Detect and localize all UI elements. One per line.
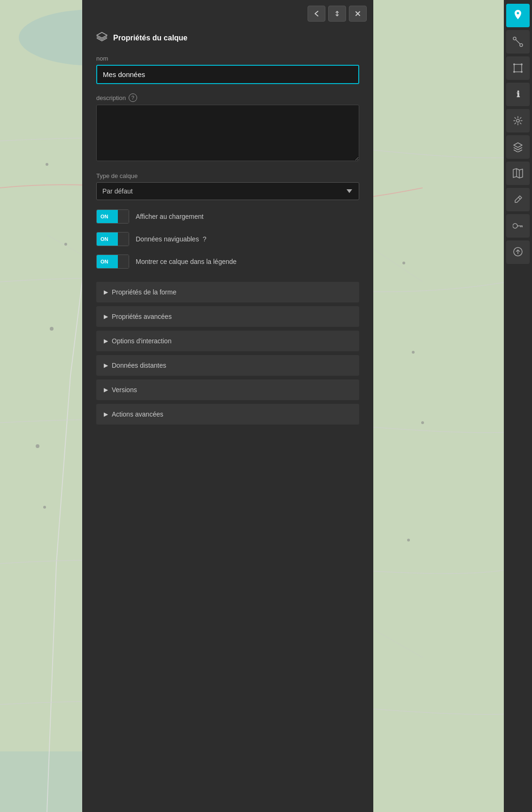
svg-point-34 (513, 224, 517, 228)
toggle-show-in-legend-label: Montrer ce calque dans la légende (136, 258, 237, 265)
toggle-on-label: ON (97, 210, 118, 223)
name-label: nom (96, 55, 359, 62)
svg-point-12 (46, 163, 48, 166)
toggle-navigable-data-switch[interactable]: ON (96, 232, 129, 246)
layer-type-group: Type de calque Par défaut Cluster Heatma… (96, 172, 359, 200)
toggle-on-label-2: ON (97, 232, 118, 246)
svg-point-15 (36, 444, 39, 448)
toggle-navigable-data-label: Données naviguables ? (136, 235, 206, 243)
name-input[interactable] (96, 65, 359, 84)
toggle-off-area-2 (118, 232, 129, 246)
sidebar-btn-location[interactable] (506, 4, 530, 27)
svg-line-23 (516, 39, 520, 44)
description-label: description ? (96, 93, 359, 102)
svg-point-17 (402, 262, 405, 264)
toggle-navigable-data: ON Données naviguables ? (96, 232, 359, 246)
toggle-show-in-legend: ON Montrer ce calque dans la légende (96, 255, 359, 269)
sidebar-btn-info[interactable]: ℹ (506, 83, 530, 106)
svg-point-28 (513, 71, 515, 73)
section-actions-title: Actions avancées (112, 410, 163, 418)
section-advanced-arrow: ▶ (104, 313, 108, 320)
panel-header: Propriétés du calque (96, 32, 359, 44)
toggle-show-on-load-switch[interactable]: ON (96, 209, 129, 224)
svg-point-27 (521, 71, 523, 73)
sidebar-btn-key[interactable] (506, 214, 530, 238)
toggle-show-on-load-label: Afficher au chargement (136, 213, 204, 220)
section-advanced-title: Propriétés avancées (112, 313, 172, 320)
sidebar-btn-path[interactable] (506, 30, 530, 54)
toggle-show-in-legend-switch[interactable]: ON (96, 255, 129, 269)
toggle-on-label-3: ON (97, 255, 118, 268)
right-sidebar: ℹ (504, 0, 532, 812)
section-shape[interactable]: ▶ Propriétés de la forme (96, 282, 359, 302)
section-remote-title: Données distantes (112, 362, 166, 369)
close-button[interactable] (349, 6, 367, 22)
layer-type-label: Type de calque (96, 172, 359, 179)
layer-type-select[interactable]: Par défaut Cluster Heatmap (96, 182, 359, 200)
toggle-off-area (118, 210, 129, 223)
toggle-off-area-3 (118, 255, 129, 268)
panel: Propriétés du calque nom description ? T… (82, 0, 373, 812)
section-interaction-arrow: ▶ (104, 338, 108, 344)
name-field-group: nom (96, 55, 359, 84)
svg-point-16 (43, 506, 46, 509)
section-versions[interactable]: ▶ Versions (96, 379, 359, 400)
description-help-icon[interactable]: ? (129, 93, 137, 102)
sidebar-btn-edit[interactable] (506, 188, 530, 211)
navigable-help-icon[interactable]: ? (203, 235, 207, 243)
svg-point-13 (64, 243, 67, 246)
panel-content: Propriétés du calque nom description ? T… (82, 27, 373, 812)
section-actions-arrow: ▶ (104, 411, 108, 418)
svg-rect-24 (514, 64, 522, 72)
description-input[interactable] (96, 105, 359, 161)
sidebar-btn-settings[interactable] (506, 109, 530, 132)
sidebar-btn-layers[interactable] (506, 135, 530, 159)
svg-point-25 (513, 63, 515, 65)
layers-icon (96, 32, 108, 44)
section-versions-arrow: ▶ (104, 387, 108, 393)
panel-title: Propriétés du calque (113, 34, 187, 42)
svg-point-18 (412, 351, 415, 354)
section-advanced[interactable]: ▶ Propriétés avancées (96, 306, 359, 327)
sidebar-btn-upload[interactable] (506, 240, 530, 264)
sidebar-btn-polygon[interactable] (506, 56, 530, 80)
toggle-show-on-load: ON Afficher au chargement (96, 209, 359, 224)
svg-point-14 (50, 327, 54, 331)
section-interaction[interactable]: ▶ Options d'interaction (96, 331, 359, 351)
section-shape-arrow: ▶ (104, 289, 108, 295)
svg-point-26 (521, 63, 523, 65)
section-remote[interactable]: ▶ Données distantes (96, 355, 359, 376)
back-button[interactable] (308, 6, 325, 22)
description-field-group: description ? (96, 93, 359, 163)
section-versions-title: Versions (112, 386, 137, 394)
section-interaction-title: Options d'interaction (112, 337, 171, 345)
svg-point-19 (421, 421, 424, 424)
svg-line-33 (518, 197, 520, 199)
svg-point-29 (517, 119, 519, 122)
section-shape-title: Propriétés de la forme (112, 288, 177, 296)
section-actions[interactable]: ▶ Actions avancées (96, 404, 359, 425)
panel-toolbar (82, 0, 373, 27)
svg-point-20 (407, 539, 410, 541)
sort-button[interactable] (328, 6, 346, 22)
sidebar-btn-map[interactable] (506, 162, 530, 185)
section-remote-arrow: ▶ (104, 362, 108, 369)
svg-marker-30 (513, 169, 523, 178)
